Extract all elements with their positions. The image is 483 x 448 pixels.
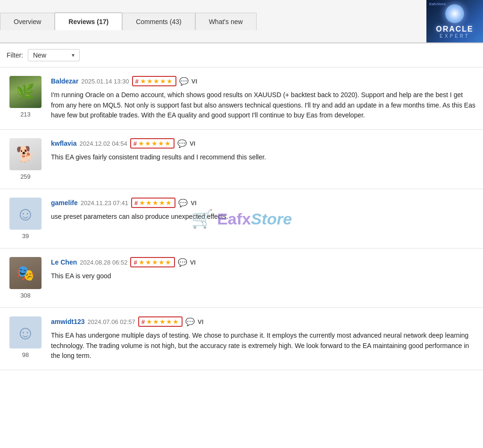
stars: ★★★★★ [139,258,172,266]
stars: ★★★★★ [139,199,172,207]
review-card: ☺ 39 gamelife 2024.11.23 07:41 # ★★★★★ 💬… [0,189,483,249]
review-text: I'm running Oracle on a Demo account, wh… [51,90,476,121]
filter-label: Filter: [7,51,23,59]
logo-title: ORACLE [436,25,474,33]
rating-badge: # ★★★★★ [130,138,175,149]
chat-icon: 💬 [185,317,195,326]
stars: ★★★★★ [146,318,179,325]
chevron-down-icon: ▾ [72,52,75,58]
avatar [9,257,42,289]
avatar-col: 213 [7,76,44,118]
reviewer-name[interactable]: amwidt123 [51,318,85,325]
review-date: 2024.11.23 07:41 [81,199,128,207]
chat-icon: 💬 [178,258,187,267]
rating-badge: # ★★★★★ [138,316,183,327]
stars: ★★★★★ [138,140,171,147]
filter-bar: Filter: New ▾ [0,43,483,67]
brand-label: EafxStore [429,2,446,6]
rating-hash-icon: # [133,259,137,266]
tab-reviews[interactable]: Reviews (17) [55,12,122,30]
rating-hash-icon: # [142,318,145,325]
review-content: kwflavia 2024.12.02 04:54 # ★★★★★ 💬 VI T… [51,138,476,163]
review-card: 308 Le Chen 2024.08.28 06:52 # ★★★★★ 💬 V… [0,249,483,308]
avatar-count: 308 [20,292,31,299]
review-date: 2024.12.02 04:54 [79,140,127,147]
avatar-col: ☺ 39 [7,198,44,240]
chat-icon: 💬 [179,77,189,86]
rating-badge: # ★★★★★ [132,76,176,86]
review-header: amwidt123 2024.07.06 02:57 # ★★★★★ 💬 VI [51,316,476,327]
reviews-container: 🛒 EafxStore 213 Baldezar 2025.01.14 13:3… [0,67,483,370]
reviewer-name[interactable]: Le Chen [51,258,77,266]
avatar-col: 308 [7,257,44,299]
filter-dropdown[interactable]: New ▾ [28,49,80,61]
lang-badge: VI [190,259,196,266]
reviewer-name[interactable]: Baldezar [51,77,78,85]
review-content: Le Chen 2024.08.28 06:52 # ★★★★★ 💬 VI Th… [51,257,476,282]
review-date: 2025.01.14 13:30 [81,78,129,85]
tab-overview[interactable]: Overview [0,13,55,30]
review-content: gamelife 2024.11.23 07:41 # ★★★★★ 💬 VI u… [51,198,476,222]
review-card: 259 kwflavia 2024.12.02 04:54 # ★★★★★ 💬 … [0,130,483,189]
lang-badge: VI [198,318,203,325]
logo-circle [445,4,464,23]
review-text: This EA is very good [51,271,476,282]
avatar-col: ☺ 98 [7,316,44,358]
avatar [9,138,42,170]
avatar: ☺ [9,316,42,348]
product-logo: EafxStore ORACLE EXPERT [426,0,483,42]
avatar-count: 98 [22,351,29,358]
review-text: use preset parameters can also produce u… [51,212,476,222]
user-silhouette-icon: ☺ [16,203,35,224]
lang-badge: VI [190,140,195,147]
logo-subtitle: EXPERT [440,33,470,39]
tab-bar: Overview Reviews (17) Comments (43) What… [0,0,483,43]
avatar-col: 259 [7,138,44,180]
stars: ★★★★★ [140,77,173,85]
avatar-count: 39 [22,232,29,240]
tab-whatsnew[interactable]: What's new [195,13,257,30]
review-card: 213 Baldezar 2025.01.14 13:30 # ★★★★★ 💬 … [0,67,483,130]
user-silhouette-icon: ☺ [16,322,35,343]
review-content: amwidt123 2024.07.06 02:57 # ★★★★★ 💬 VI … [51,316,476,361]
avatar-count: 259 [20,173,31,180]
avatar-count: 213 [20,111,31,118]
lang-badge: VI [192,78,197,85]
review-content: Baldezar 2025.01.14 13:30 # ★★★★★ 💬 VI I… [51,76,476,121]
filter-value: New [33,51,46,59]
tab-comments[interactable]: Comments (43) [122,13,195,30]
rating-badge: # ★★★★★ [130,257,175,267]
review-text: This EA has undergone multiple days of t… [51,331,476,361]
review-date: 2024.08.28 06:52 [80,259,127,266]
rating-hash-icon: # [133,140,137,147]
reviewer-name[interactable]: kwflavia [51,140,76,147]
reviewer-name[interactable]: gamelife [51,199,78,207]
review-header: gamelife 2024.11.23 07:41 # ★★★★★ 💬 VI [51,198,476,208]
rating-hash-icon: # [135,78,139,85]
chat-icon: 💬 [177,139,187,148]
review-date: 2024.07.06 02:57 [88,318,135,325]
review-header: Baldezar 2025.01.14 13:30 # ★★★★★ 💬 VI [51,76,476,86]
lang-badge: VI [191,199,196,207]
avatar: ☺ [9,198,42,230]
review-header: Le Chen 2024.08.28 06:52 # ★★★★★ 💬 VI [51,257,476,267]
avatar [9,76,42,108]
review-header: kwflavia 2024.12.02 04:54 # ★★★★★ 💬 VI [51,138,476,149]
review-text: This EA gives fairly consistent trading … [51,152,476,163]
rating-badge: # ★★★★★ [131,198,175,208]
rating-hash-icon: # [134,199,138,207]
review-card: ☺ 98 amwidt123 2024.07.06 02:57 # ★★★★★ … [0,308,483,370]
chat-icon: 💬 [178,199,188,207]
